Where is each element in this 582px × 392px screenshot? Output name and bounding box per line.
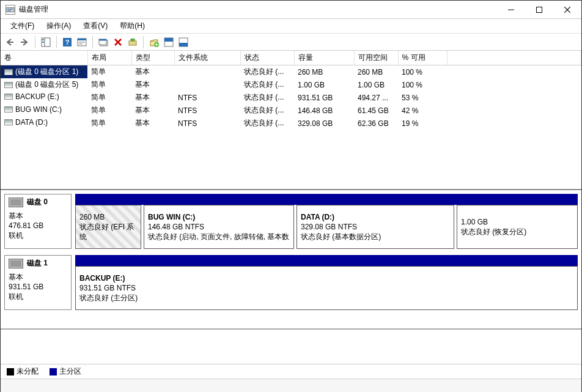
table-row[interactable]: (磁盘 0 磁盘分区 1)简单基本状态良好 (...260 MB260 MB10…: [1, 65, 581, 79]
title-bar: 磁盘管理: [1, 1, 581, 19]
new-volume-button[interactable]: [147, 35, 161, 49]
cell-filesystem: NTFS: [174, 104, 240, 117]
col-pctfree[interactable]: % 可用: [398, 51, 447, 65]
view-top-button[interactable]: [162, 35, 175, 49]
maximize-button[interactable]: [525, 1, 553, 19]
cell-layout: 简单: [87, 65, 131, 79]
partition-size: 931.51 GB NTFS: [79, 283, 573, 293]
disk-capacity-bar: [75, 255, 578, 266]
back-button[interactable]: [3, 35, 17, 49]
cell-pctfree: 100 %: [398, 65, 447, 79]
partition-status: 状态良好 (主分区): [79, 293, 573, 303]
partition[interactable]: BUG WIN (C:)146.48 GB NTFS状态良好 (启动, 页面文件…: [144, 205, 294, 249]
cell-free: 260 MB: [354, 65, 398, 79]
cell-pctfree: 42 %: [398, 104, 447, 117]
cell-status: 状态良好 (...: [240, 78, 294, 91]
col-filesystem[interactable]: 文件系统: [174, 51, 240, 65]
menu-help[interactable]: 帮助(H): [114, 19, 151, 33]
cell-status: 状态良好 (...: [240, 104, 294, 117]
partition-name: BACKUP (E:): [79, 273, 573, 283]
partition-status: 状态良好 (恢复分区): [461, 227, 573, 237]
svg-rect-32: [179, 43, 188, 46]
cell-capacity: 146.48 GB: [294, 104, 354, 117]
partition-name: DATA (D:): [301, 212, 450, 222]
cell-type: 基本: [131, 65, 174, 79]
menu-bar: 文件(F) 操作(A) 查看(V) 帮助(H): [1, 19, 581, 34]
svg-rect-11: [42, 39, 44, 40]
show-hide-console-tree-button[interactable]: [39, 35, 53, 49]
cell-volume: BUG WIN (C:): [15, 105, 62, 114]
cell-capacity: 931.51 GB: [294, 91, 354, 104]
svg-rect-12: [42, 42, 44, 43]
col-capacity[interactable]: 容量: [294, 51, 354, 65]
disk-type: 基本: [9, 272, 67, 282]
cell-free: 61.45 GB: [354, 104, 398, 117]
svg-rect-16: [78, 39, 86, 40]
refresh-button[interactable]: [97, 35, 110, 49]
col-free[interactable]: 可用空间: [354, 51, 398, 65]
cell-free: 494.27 ...: [354, 91, 398, 104]
partition-size: 146.48 GB NTFS: [148, 222, 290, 232]
col-type[interactable]: 类型: [131, 51, 174, 65]
cell-volume: (磁盘 0 磁盘分区 1): [15, 67, 78, 77]
disk-row: 磁盘 1基本931.51 GB联机BACKUP (E:)931.51 GB NT…: [4, 255, 578, 310]
svg-rect-2: [8, 10, 11, 10]
volume-icon: [4, 82, 13, 88]
partition[interactable]: 260 MB状态良好 (EFI 系统: [75, 205, 141, 249]
disk-graphical-pane[interactable]: 磁盘 0基本476.81 GB联机260 MB状态良好 (EFI 系统BUG W…: [1, 190, 581, 330]
disk-header[interactable]: 磁盘 0基本476.81 GB联机: [4, 194, 72, 249]
col-layout[interactable]: 布局: [87, 51, 131, 65]
cell-type: 基本: [131, 104, 174, 117]
cell-capacity: 1.00 GB: [294, 78, 354, 91]
delete-button[interactable]: [111, 35, 125, 49]
partition-size: 260 MB: [79, 212, 137, 222]
svg-rect-30: [164, 38, 173, 42]
cell-filesystem: [174, 78, 240, 91]
properties-button[interactable]: [75, 35, 89, 49]
partition-name: BUG WIN (C:): [148, 212, 290, 222]
cell-status: 状态良好 (...: [240, 91, 294, 104]
help-button[interactable]: ?: [61, 35, 74, 49]
volume-list-pane[interactable]: 卷 布局 类型 文件系统 状态 容量 可用空间 % 可用 (磁盘 0 磁盘分区 …: [1, 51, 581, 190]
col-volume[interactable]: 卷: [1, 51, 87, 65]
cell-free: 1.00 GB: [354, 78, 398, 91]
disk-name: 磁盘 0: [27, 197, 48, 207]
legend-unallocated: 未分配: [7, 366, 39, 377]
cell-layout: 简单: [87, 104, 131, 117]
partition-size: 1.00 GB: [461, 217, 573, 227]
menu-view[interactable]: 查看(V): [77, 19, 114, 33]
view-bottom-button[interactable]: [177, 35, 190, 49]
cell-layout: 简单: [87, 91, 131, 104]
disk-state: 联机: [9, 292, 67, 301]
table-row[interactable]: DATA (D:)简单基本NTFS状态良好 (...329.08 GB62.36…: [1, 117, 581, 130]
volume-icon: [4, 69, 13, 75]
cell-free: 62.36 GB: [354, 117, 398, 130]
menu-file[interactable]: 文件(F): [4, 19, 40, 33]
cell-filesystem: NTFS: [174, 117, 240, 130]
svg-rect-4: [537, 7, 542, 12]
cell-capacity: 329.08 GB: [294, 117, 354, 130]
col-status[interactable]: 状态: [240, 51, 294, 65]
toolbar: ?: [1, 34, 581, 51]
svg-rect-21: [99, 39, 106, 41]
cell-volume: (磁盘 0 磁盘分区 5): [15, 80, 78, 90]
table-row[interactable]: (磁盘 0 磁盘分区 5)简单基本状态良好 (...1.00 GB1.00 GB…: [1, 78, 581, 91]
disk-header[interactable]: 磁盘 1基本931.51 GB联机: [4, 255, 72, 310]
partition[interactable]: DATA (D:)329.08 GB NTFS状态良好 (基本数据分区): [297, 205, 454, 249]
cell-status: 状态良好 (...: [240, 65, 294, 79]
disk-type: 基本: [9, 211, 67, 221]
table-row[interactable]: BACKUP (E:)简单基本NTFS状态良好 (...931.51 GB494…: [1, 91, 581, 104]
partition-status: 状态良好 (EFI 系统: [79, 222, 137, 242]
partition[interactable]: 1.00 GB状态良好 (恢复分区): [457, 205, 578, 249]
rescan-disks-button[interactable]: [126, 35, 139, 49]
close-button[interactable]: [553, 1, 581, 19]
cell-type: 基本: [131, 91, 174, 104]
menu-action[interactable]: 操作(A): [40, 19, 77, 33]
cell-pctfree: 100 %: [398, 78, 447, 91]
table-row[interactable]: BUG WIN (C:)简单基本NTFS状态良好 (...146.48 GB61…: [1, 104, 581, 117]
partition[interactable]: BACKUP (E:)931.51 GB NTFS状态良好 (主分区): [75, 266, 578, 310]
cell-layout: 简单: [87, 117, 131, 130]
volume-table: 卷 布局 类型 文件系统 状态 容量 可用空间 % 可用 (磁盘 0 磁盘分区 …: [1, 51, 581, 130]
forward-button[interactable]: [18, 35, 31, 49]
minimize-button[interactable]: [497, 1, 525, 19]
